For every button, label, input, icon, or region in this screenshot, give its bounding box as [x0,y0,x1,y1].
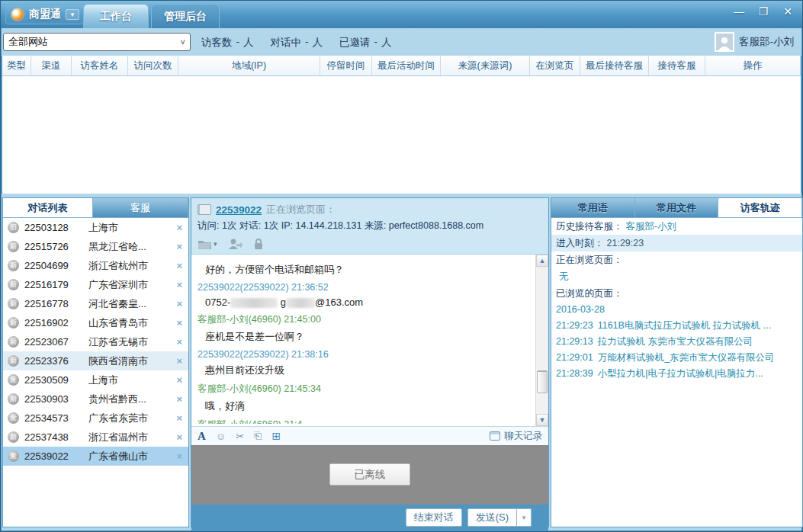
chat-scrollbar[interactable]: ▲ ▼ [535,255,548,426]
visited-page-row[interactable]: 21:29:13拉力试验机 东莞市宝大仪器有限公司 [551,334,802,350]
chat-log-button[interactable]: 聊天记录 [490,430,542,443]
track-info-label: 已浏览的页面： [556,286,623,302]
conversation-row[interactable]: 新22523376陕西省渭南市× [3,351,188,370]
end-conversation-button[interactable]: 结束对话 [406,508,462,527]
chat-message-redacted: 0752- g@163.com [198,296,531,308]
conversation-row[interactable]: 新22515726黑龙江省哈...× [3,237,188,256]
close-conversation-icon[interactable]: × [176,279,182,290]
visited-page-row[interactable]: 21:29:231161B电脑式拉压力试验机 拉力试验机 ... [551,318,802,334]
scroll-down-icon[interactable]: ▼ [536,414,548,426]
tab-common-files[interactable]: 常用文件 [635,198,719,217]
track-info-value[interactable]: 无 [559,269,569,285]
emoticon-icon[interactable]: ☺ [216,431,226,442]
close-conversation-icon[interactable]: × [176,222,182,233]
conversation-row[interactable]: 新22530903贵州省黔西...× [3,389,188,409]
scrollbar-thumb[interactable] [537,370,548,393]
agent-message-header: 客服部-小刘(46960) 21:45:00 [198,313,531,326]
visitor-id: 22530509 [24,374,78,386]
tab-conversation-list[interactable]: 对话列表 [3,198,93,217]
track-info-label: 历史接待客服： [556,219,623,235]
file-transfer-icon[interactable]: ⎗ [254,430,262,442]
visited-page-title[interactable]: 1161B电脑式拉压力试验机 拉力试验机 ... [598,320,772,331]
conversation-row[interactable]: 新22516179广东省深圳市× [3,275,188,294]
minimize-icon[interactable]: — [732,5,746,18]
close-conversation-icon[interactable]: × [176,450,182,462]
visited-page-title[interactable]: 万能材料试验机_东莞市宝大仪器有限公司 [598,352,775,363]
stat-invited: 已邀请 - 人 [339,36,392,50]
message-list: 好的，方便留个电话和邮箱吗？22539022(22539022) 21:36:5… [191,256,535,426]
track-info-label: 正在浏览页面： [556,252,623,268]
maximize-icon[interactable]: ❐ [756,5,770,18]
message-area: 好的，方便留个电话和邮箱吗？22539022(22539022) 21:36:5… [191,255,548,427]
right-panel-tabs: 常用语 常用文件 访客轨迹 [551,198,802,218]
visited-page-row[interactable]: 21:29:01万能材料试验机_东莞市宝大仪器有限公司 [551,350,802,366]
agent-message-header-clipped: 客服部-小刘(46960) 21:4 [198,418,531,424]
send-button-group: 发送(S) ▾ [467,508,532,527]
conversation-row[interactable]: 意22530509上海市× [3,370,188,389]
visitor-type-badge-icon: 新 [8,393,19,405]
browsing-label: 正在浏览页面： [266,203,336,216]
track-info-value[interactable]: 客服部-小刘 [626,219,677,235]
visitor-type-badge-icon: 新 [8,298,19,309]
app-logo-icon [11,8,24,21]
visitor-type-badge-icon: 新 [8,317,19,328]
visitor-type-badge-icon: 新 [8,279,19,290]
conversation-row[interactable]: 新22516902山东省青岛市× [3,313,188,332]
visitor-id-link[interactable]: 22539022 [216,204,262,216]
track-info-row: 进入时刻：21:29:23 [551,235,802,252]
close-conversation-icon[interactable]: × [176,260,182,271]
conversation-row[interactable]: 新22523067江苏省无锡市× [3,332,188,351]
site-filter-select[interactable]: 全部网站 ˅ [3,33,191,51]
screenshot-icon[interactable]: ✂ [236,431,244,442]
conversation-row[interactable]: 新22504699浙江省杭州市× [3,256,188,275]
conversation-row[interactable]: 新22537438浙江省温州市× [3,428,188,447]
history-folder-icon[interactable]: ▾ [198,239,217,250]
avatar [715,32,734,52]
column-header: 访问次数 [128,56,178,75]
send-options-dropdown-icon[interactable]: ▾ [517,508,532,527]
tab-agents[interactable]: 客服 [93,198,188,217]
close-conversation-icon[interactable]: × [176,241,182,252]
visited-page-title[interactable]: 小型拉力机|电子拉力试验机|电脑拉力... [598,368,763,379]
visitor-location: 广东省佛山市 [88,450,173,463]
send-button[interactable]: 发送(S) [467,508,517,527]
track-info-row: 正在浏览页面： [551,252,802,268]
app-menu-dropdown-icon[interactable]: ▾ [66,9,79,20]
tab-workbench[interactable]: 工作台 [83,4,149,28]
conversation-row[interactable]: 旧22503128上海市× [3,218,188,237]
close-conversation-icon[interactable]: × [176,431,182,443]
tab-visitor-track[interactable]: 访客轨迹 [718,198,802,217]
close-conversation-icon[interactable]: × [176,393,182,405]
scroll-up-icon[interactable]: ▲ [536,255,548,267]
quick-table-icon[interactable]: ⊞ [271,430,281,442]
transfer-chat-icon[interactable] [228,238,243,250]
close-conversation-icon[interactable]: × [176,298,182,309]
tab-admin[interactable]: 管理后台 [151,4,220,28]
conversation-row[interactable]: 新22516778河北省秦皇...× [3,294,188,313]
column-header: 接待客服 [649,56,705,75]
redacted-block [286,298,315,308]
font-format-icon[interactable]: A [198,430,206,443]
visitor-type-badge-icon: 新 [8,260,19,271]
track-info-value: 21:29:23 [607,236,644,252]
visitor-type-badge-icon: 新 [8,336,19,348]
close-conversation-icon[interactable]: × [176,317,182,328]
column-header: 操作 [705,56,801,75]
close-conversation-icon[interactable]: × [176,374,182,386]
close-conversation-icon[interactable]: × [176,412,182,424]
visitor-id: 22516902 [24,317,78,328]
folder-dropdown-icon[interactable]: ▾ [214,240,217,248]
lock-icon[interactable] [253,238,264,250]
conversation-row[interactable]: 意22534573广东省东莞市× [3,409,188,428]
current-user-chip[interactable]: 客服部-小刘 [715,32,794,52]
visited-page-title[interactable]: 拉力试验机 东莞市宝大仪器有限公司 [598,336,753,347]
tab-common-phrases[interactable]: 常用语 [551,198,635,217]
offline-status-button[interactable]: 已离线 [329,463,410,486]
close-conversation-icon[interactable]: × [176,336,182,348]
close-conversation-icon[interactable]: × [176,355,182,367]
visited-page-row[interactable]: 21:28:39小型拉力机|电子拉力试验机|电脑拉力... [551,366,802,382]
conversation-row[interactable]: 意22539022广东省佛山市× [3,447,188,466]
close-icon[interactable]: ✕ [781,5,795,18]
visitor-id: 22516778 [24,298,78,309]
redacted-prefix: 0752- [205,296,230,308]
